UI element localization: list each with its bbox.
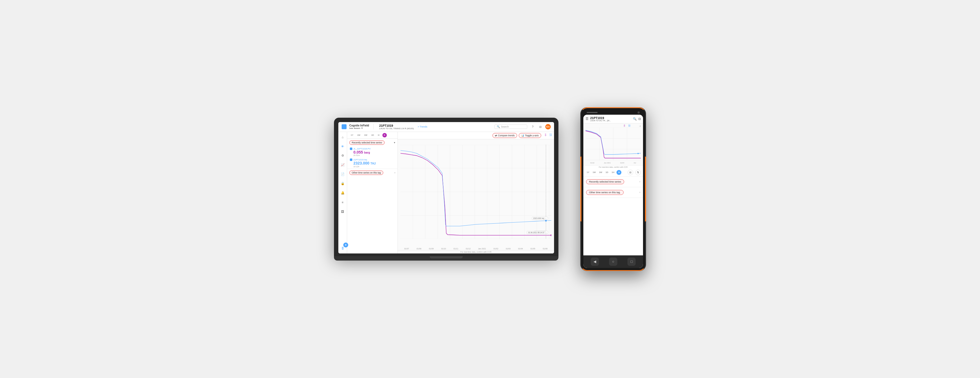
sidebar-chart-icon[interactable]: 📈 bbox=[340, 162, 346, 168]
chart-svg-wrapper: 2323.000 hej → 0.056 barg → 02.06.2021 0… bbox=[398, 139, 554, 247]
chart-area: ⇄ Compare trends 📊 Toggle y-axis 0 10 bbox=[398, 132, 554, 254]
x-label-03: 01/09 bbox=[429, 248, 434, 249]
phone-left-accent bbox=[580, 157, 581, 221]
ts-item-2: 21PT1019.hej 2323.000 THJ 10 12h bbox=[347, 157, 398, 168]
phone-content-spacer bbox=[583, 198, 643, 256]
phone-x-04: 01/ bbox=[634, 162, 636, 164]
phone-search-icon[interactable]: 🔍 bbox=[633, 117, 637, 121]
phone-right-accent bbox=[645, 157, 646, 221]
phone-speaker bbox=[587, 112, 598, 113]
x-label-12: 01/06 bbox=[543, 248, 548, 249]
ts-name-1: JL_21PT1019.PV bbox=[353, 148, 371, 150]
grid-icon-btn[interactable]: ⊟ bbox=[538, 124, 543, 129]
phone-active-time: H bbox=[616, 170, 621, 175]
phone-x-labels: 01/10 Jan 2021 01/04 01/ bbox=[585, 162, 641, 164]
phone-other-ts-chevron: › bbox=[640, 191, 640, 194]
phone-recent-btn[interactable]: □ bbox=[627, 257, 636, 266]
toggle-yaxis-btn[interactable]: 📊 Toggle y-axis bbox=[519, 133, 541, 138]
phone-recently-selected-label: Recently selected time series bbox=[586, 179, 624, 184]
phone-y-0: 0 bbox=[624, 125, 625, 127]
laptop-base bbox=[334, 256, 558, 260]
ts-item-1: JL_21PT1019.PV 0.055 barg 2h 51m bbox=[347, 146, 398, 158]
phone-menu-icon[interactable]: ☰ bbox=[585, 117, 589, 121]
phone-home-btn[interactable]: ○ bbox=[609, 257, 617, 266]
phone-recently-selected-chevron: › bbox=[640, 180, 640, 183]
x-label-01: 01/07 bbox=[404, 248, 409, 249]
phone-chart-area: 0 10 -1 bbox=[583, 124, 643, 165]
app-main: ⌂ 👁 ⚙ 📈 📄 🔒 🔔 ≡ 🖼 🎛 bbox=[338, 132, 554, 254]
time-1y-btn[interactable]: 1Y bbox=[349, 133, 355, 137]
x-label-05: 01/11 bbox=[453, 248, 458, 249]
active-time-indicator: K bbox=[382, 133, 387, 137]
fab-area: + bbox=[343, 243, 348, 248]
ts-checkbox-1[interactable] bbox=[350, 148, 352, 150]
toggle-yaxis-label: Toggle y-axis bbox=[525, 134, 539, 137]
ts-value-1: 0.055 barg bbox=[350, 150, 395, 155]
app-logo bbox=[342, 124, 347, 129]
time-1w-btn[interactable]: 1W bbox=[363, 133, 369, 137]
ts-checkbox-2[interactable] bbox=[350, 159, 352, 161]
phone-time-1w[interactable]: 1W bbox=[598, 170, 603, 174]
sidebar-eye-icon[interactable]: 👁 bbox=[340, 143, 346, 149]
compare-trends-btn[interactable]: ⇄ Compare trends bbox=[492, 133, 517, 138]
sidebar-bell-icon[interactable]: 🔔 bbox=[340, 190, 346, 196]
x-label-09: 01/03 bbox=[506, 248, 511, 249]
breadcrumb: > Trends bbox=[418, 125, 427, 128]
recently-selected-chevron: ▾ bbox=[394, 141, 395, 144]
y-axis-scale: 0 10 bbox=[545, 134, 552, 137]
phone-compare-btn[interactable]: ⇅ bbox=[635, 170, 641, 175]
phone-qr-icon[interactable]: ⊡ bbox=[638, 117, 641, 121]
sidebar-home-icon[interactable]: ⌂ bbox=[340, 134, 346, 140]
sidebar-list-icon[interactable]: ≡ bbox=[340, 199, 346, 205]
x-label-04: 01/10 bbox=[441, 248, 446, 249]
sidebar-lock-icon[interactable]: 🔒 bbox=[340, 181, 346, 187]
phone-wrapper: ☰ 21PT1019 LAUN TO OIL TR... [M... 🔍 ⊡ 0… bbox=[580, 107, 646, 271]
tag-id: 21PT1019 bbox=[379, 124, 414, 127]
phone-back-btn[interactable]: ◀ bbox=[591, 257, 599, 266]
recently-selected-section[interactable]: Recently selected time series ▾ bbox=[347, 139, 398, 146]
phone-screen: ☰ 21PT1019 LAUN TO OIL TR... [M... 🔍 ⊡ 0… bbox=[583, 115, 643, 268]
ts-age-1: 2h 51m bbox=[350, 154, 395, 156]
phone-header: ☰ 21PT1019 LAUN TO OIL TR... [M... 🔍 ⊡ bbox=[583, 115, 643, 124]
chart-footer-note: For real-time data, confirm with CCR bbox=[398, 250, 554, 254]
laptop-body: Cognite InField Ivar Aasen ▼ 21PT1019 LA… bbox=[334, 118, 558, 256]
asset-name[interactable]: Ivar Aasen ▼ bbox=[349, 127, 369, 129]
other-ts-row[interactable]: Other time series on this tag › bbox=[347, 168, 398, 176]
phone-recently-selected-item[interactable]: Recently selected time series › bbox=[583, 176, 643, 187]
sidebar: ⌂ 👁 ⚙ 📈 📄 🔒 🔔 ≡ 🖼 🎛 bbox=[338, 132, 347, 254]
phone-time-1d[interactable]: 1D bbox=[605, 170, 609, 174]
phone-bottom-nav: ◀ ○ □ bbox=[583, 256, 643, 268]
svg-point-17 bbox=[550, 234, 551, 236]
search-box[interactable]: 🔍 Search bbox=[495, 124, 527, 129]
phone-time-1h[interactable]: 1H bbox=[611, 170, 616, 174]
time-h-btn[interactable]: H bbox=[376, 133, 381, 137]
divider bbox=[373, 124, 374, 129]
phone-time-1m[interactable]: 1M bbox=[592, 170, 597, 174]
phone-y-labels: 0 10 -1 bbox=[585, 125, 641, 127]
svg-point-27 bbox=[638, 153, 639, 154]
fab-button[interactable]: + bbox=[343, 243, 348, 248]
phone-other-ts-item[interactable]: Other time series on this tag. › bbox=[583, 187, 643, 198]
app-header: Cognite InField Ivar Aasen ▼ 21PT1019 LA… bbox=[338, 122, 554, 132]
time-toolbar: 1Y 1M 1W 1D H K bbox=[347, 132, 398, 139]
sidebar-image-icon[interactable]: 🖼 bbox=[340, 208, 346, 214]
app-brand: Cognite InField Ivar Aasen ▼ bbox=[349, 124, 369, 129]
time-1d-btn[interactable]: 1D bbox=[370, 133, 375, 137]
phone-y-10: 10 bbox=[628, 125, 630, 127]
ts-item-2-header: 21PT1019.hej bbox=[350, 159, 395, 161]
search-icon: 🔍 bbox=[497, 125, 500, 128]
annotation-value-top: 2323.000 hej → bbox=[532, 217, 548, 220]
sidebar-doc-icon[interactable]: 📄 bbox=[340, 172, 346, 177]
phone-camera bbox=[638, 111, 640, 114]
avatar-btn[interactable]: EA bbox=[545, 124, 551, 129]
other-ts-label: Other time series on this tag bbox=[349, 170, 383, 175]
help-icon-btn[interactable]: ? bbox=[530, 124, 535, 129]
phone-sliders-btn[interactable]: ⊟ bbox=[628, 170, 633, 175]
sidebar-settings-icon[interactable]: ⚙ bbox=[340, 153, 346, 159]
tag-info: 21PT1019 LAUN TO OIL TRANS LN R (M100) bbox=[379, 124, 414, 130]
phone-x-02: Jan 2021 bbox=[604, 162, 611, 164]
time-1m-btn[interactable]: 1M bbox=[356, 133, 362, 137]
phone-time-row: 1Y 1M 1W 1D 1H H ⊟ ⇅ bbox=[583, 168, 643, 176]
x-label-06: 01/12 bbox=[466, 248, 471, 249]
phone-time-1y[interactable]: 1Y bbox=[585, 170, 590, 174]
